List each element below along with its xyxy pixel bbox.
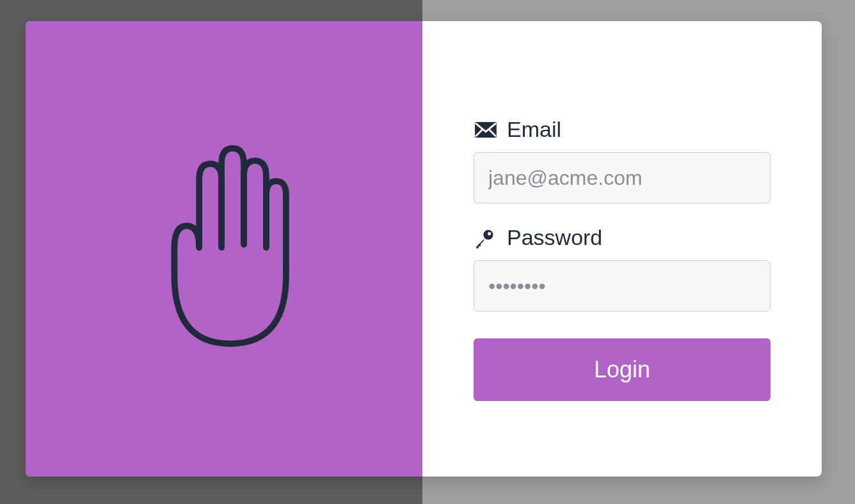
login-form: Email Password Login	[422, 21, 822, 476]
hand-stop-icon	[138, 145, 310, 352]
email-label-text: Email	[507, 117, 561, 142]
login-modal: Email Password Login	[26, 21, 822, 476]
password-label-text: Password	[507, 225, 602, 250]
email-group: Email	[474, 117, 771, 203]
password-input[interactable]	[474, 260, 771, 311]
key-icon	[474, 228, 498, 248]
envelope-icon	[474, 120, 498, 140]
login-button[interactable]: Login	[474, 338, 771, 401]
email-input[interactable]	[474, 152, 771, 203]
modal-brand-panel	[26, 21, 422, 476]
password-group: Password	[474, 225, 771, 311]
svg-point-3	[488, 232, 491, 235]
email-label: Email	[474, 117, 771, 142]
password-label: Password	[474, 225, 771, 250]
